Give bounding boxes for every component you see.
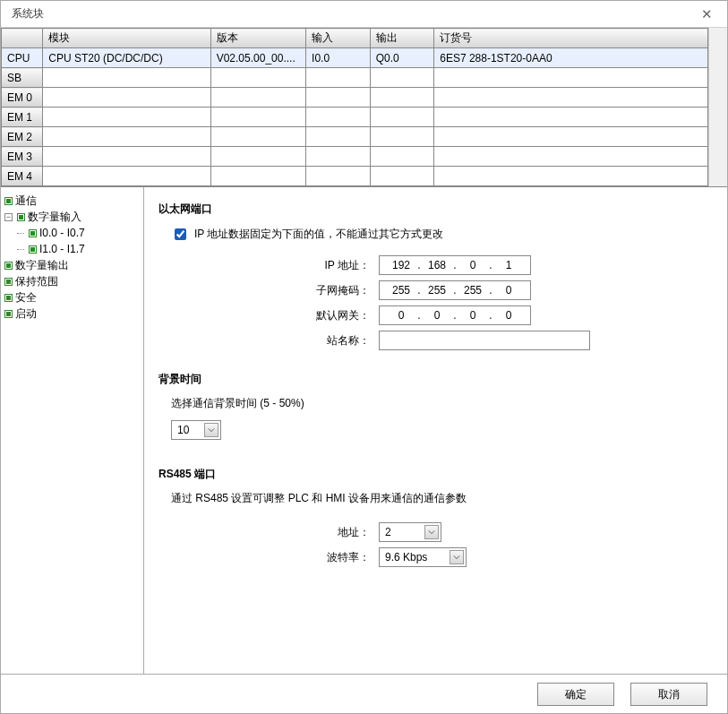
body-area: 通信 −数字量输入 I0.0 - I0.7 I1.0 - I1.7 数字量输出 … [1,187,727,674]
cell-version[interactable]: V02.05.00_00.... [210,48,305,68]
header-blank [2,29,43,48]
tree-node-retain[interactable]: 保持范围 [4,273,140,289]
bgtime-label: 选择通信背景时间 (5 - 50%) [171,396,713,411]
square-icon [4,310,13,318]
square-icon [4,278,13,286]
gateway-input[interactable]: 0. 0. 0. 0 [379,305,531,325]
ok-button[interactable]: 确定 [537,683,614,706]
header-order[interactable]: 订货号 [434,29,707,48]
tree-node-security[interactable]: 安全 [4,289,140,305]
dialog-footer: 确定 取消 [1,674,727,713]
chevron-down-icon[interactable] [450,550,464,564]
table-row[interactable]: EM 3 [2,147,708,167]
station-name-label: 站名称： [239,333,379,348]
tree-label: 数字量输入 [28,210,81,225]
rs485-address-label: 地址： [239,525,379,540]
gateway-label: 默认网关： [239,308,379,323]
subnet-input[interactable]: 255. 255. 255. 0 [379,280,531,300]
rs485-address-combo[interactable]: 2 [379,522,441,542]
tree-label: 数字量输出 [15,258,69,273]
header-input[interactable]: 输入 [306,29,371,48]
square-icon [4,294,13,302]
row-slot: EM 3 [2,147,43,167]
square-icon [4,262,13,270]
nav-tree[interactable]: 通信 −数字量输入 I0.0 - I0.7 I1.0 - I1.7 数字量输出 … [1,187,144,674]
square-icon [17,213,25,221]
tree-label: 启动 [15,306,37,322]
table-header-row: 模块 版本 输入 输出 订货号 [2,29,708,48]
tree-label: I1.0 - I1.7 [39,243,85,255]
bgtime-combo[interactable]: 10 [171,420,221,440]
dotted-connector-icon [17,227,26,239]
chevron-down-icon[interactable] [204,423,218,437]
cell-order[interactable]: 6ES7 288-1ST20-0AA0 [434,48,707,68]
subnet-label: 子网掩码： [239,283,379,298]
square-icon [4,197,13,205]
square-icon [29,229,37,237]
system-block-dialog: 系统块 ✕ 模块 版本 输入 输出 订货号 CPU CPU ST20 (DC/D… [0,0,728,714]
tree-node-din1[interactable]: I1.0 - I1.7 [4,241,140,257]
ip-address-input[interactable]: 192. 168. 0. 1 [379,255,531,275]
chevron-down-icon[interactable] [424,525,439,539]
rs485-baud-combo[interactable]: 9.6 Kbps [379,547,467,567]
content-panel: 以太网端口 IP 地址数据固定为下面的值，不能通过其它方式更改 IP 地址： 1… [144,187,727,674]
rs485-baud-value: 9.6 Kbps [385,551,427,563]
tree-label: 通信 [15,194,37,209]
tree-node-comm[interactable]: 通信 [4,193,140,209]
bgtime-value: 10 [177,424,189,436]
close-icon[interactable]: ✕ [693,6,720,22]
ip-address-label: IP 地址： [239,258,379,273]
minus-icon[interactable]: − [4,213,13,221]
table-row[interactable]: EM 2 [2,127,708,147]
cancel-button[interactable]: 取消 [630,683,707,706]
cell-output[interactable]: Q0.0 [370,48,434,68]
tree-label: 保持范围 [15,274,58,289]
dialog-title: 系统块 [8,6,693,22]
row-slot: CPU [2,48,43,68]
tree-label: 安全 [15,290,37,305]
tree-node-dout[interactable]: 数字量输出 [4,257,140,273]
module-table[interactable]: 模块 版本 输入 输出 订货号 CPU CPU ST20 (DC/DC/DC) … [1,28,708,186]
tree-label: I0.0 - I0.7 [39,227,85,239]
header-module[interactable]: 模块 [43,29,210,48]
bgtime-title: 背景时间 [158,372,713,387]
row-slot: EM 1 [2,108,43,127]
titlebar: 系统块 ✕ [1,1,727,28]
ip-fixed-checkbox[interactable] [175,228,186,240]
table-scrollbar[interactable] [708,28,727,186]
rs485-title: RS485 端口 [158,467,713,482]
row-slot: EM 0 [2,88,43,108]
station-name-input[interactable] [379,331,590,350]
tree-node-din0[interactable]: I0.0 - I0.7 [4,225,140,241]
rs485-address-value: 2 [385,526,391,538]
square-icon [29,245,37,254]
table-row[interactable]: SB [2,68,708,88]
tree-node-startup[interactable]: 启动 [4,305,140,322]
module-table-area: 模块 版本 输入 输出 订货号 CPU CPU ST20 (DC/DC/DC) … [1,28,727,187]
row-slot: EM 4 [2,167,43,186]
tree-node-din[interactable]: −数字量输入 [4,209,140,225]
ip-fixed-checkbox-row[interactable]: IP 地址数据固定为下面的值，不能通过其它方式更改 [171,226,713,243]
ip-fixed-label: IP 地址数据固定为下面的值，不能通过其它方式更改 [194,227,443,242]
row-slot: EM 2 [2,127,43,147]
cell-module[interactable]: CPU ST20 (DC/DC/DC) [43,48,210,68]
table-row[interactable]: EM 0 [2,88,708,108]
cell-input[interactable]: I0.0 [306,48,371,68]
header-version[interactable]: 版本 [210,29,305,48]
table-row[interactable]: EM 1 [2,108,708,127]
table-row[interactable]: CPU CPU ST20 (DC/DC/DC) V02.05.00_00....… [2,48,708,68]
table-row[interactable]: EM 4 [2,167,708,186]
row-slot: SB [2,68,43,88]
header-output[interactable]: 输出 [370,29,434,48]
rs485-baud-label: 波特率： [239,550,379,565]
ethernet-title: 以太网端口 [158,202,713,217]
rs485-desc: 通过 RS485 设置可调整 PLC 和 HMI 设备用来通信的通信参数 [171,491,713,506]
dotted-connector-icon [17,243,26,255]
